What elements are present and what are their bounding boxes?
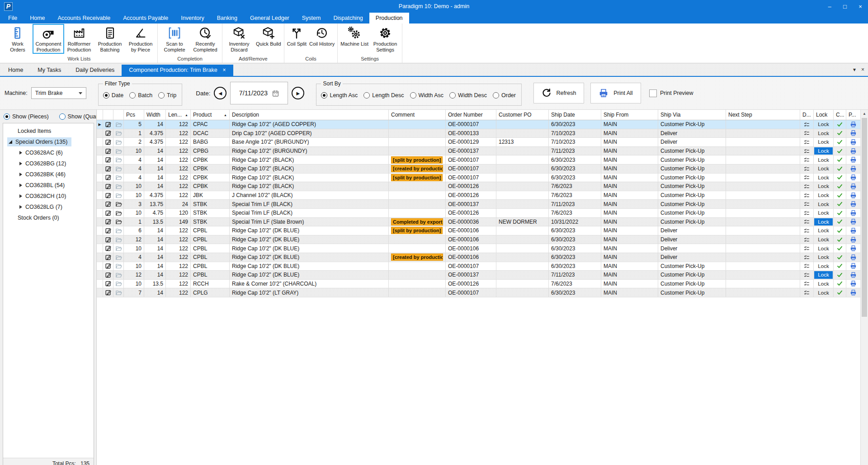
print-button[interactable]: [846, 271, 860, 279]
close-tab-strip-icon[interactable]: ×: [861, 66, 864, 73]
details-button[interactable]: [800, 262, 813, 271]
complete-check-button[interactable]: [834, 226, 846, 235]
details-button[interactable]: [800, 120, 813, 129]
folder-button[interactable]: [113, 226, 123, 235]
column-header-blank[interactable]: [103, 110, 113, 120]
details-button[interactable]: [800, 244, 813, 253]
refresh-button[interactable]: Refresh: [533, 83, 584, 103]
folder-button[interactable]: [113, 164, 123, 173]
scroll-up-icon[interactable]: ▲: [861, 112, 868, 116]
details-button[interactable]: [800, 129, 813, 138]
lock-button[interactable]: Lock: [814, 165, 833, 173]
coil-history-button[interactable]: Coil History: [308, 24, 336, 48]
edit-button[interactable]: [103, 235, 113, 244]
details-button[interactable]: [800, 138, 813, 146]
lock-button[interactable]: Lock: [814, 244, 833, 252]
production-batching-button[interactable]: Production Batching: [94, 24, 125, 53]
details-button[interactable]: [800, 226, 813, 235]
edit-button[interactable]: [103, 226, 113, 235]
print-button[interactable]: [846, 129, 860, 138]
edit-button[interactable]: [103, 253, 113, 262]
print-button[interactable]: [846, 147, 860, 155]
tree-item-co3628ch-10[interactable]: CO3628CH (10): [3, 191, 94, 202]
print-button[interactable]: [846, 218, 860, 226]
menu-tab-dispatching[interactable]: Dispatching: [327, 13, 369, 23]
edit-button[interactable]: [103, 138, 113, 146]
inventory-discard-button[interactable]: Inventory Discard: [224, 24, 255, 53]
folder-button[interactable]: [113, 174, 123, 182]
edit-button[interactable]: [103, 191, 113, 200]
print-button[interactable]: [846, 280, 860, 288]
work-orders-button[interactable]: Work Orders: [2, 24, 33, 53]
edit-button[interactable]: [103, 280, 113, 288]
close-button[interactable]: ×: [853, 0, 868, 13]
edit-button[interactable]: [103, 200, 113, 208]
details-button[interactable]: [800, 280, 813, 288]
menu-tab-accounts-payable[interactable]: Accounts Payable: [117, 13, 175, 23]
print-button[interactable]: [846, 209, 860, 217]
edit-button[interactable]: [103, 155, 113, 164]
details-button[interactable]: [800, 253, 813, 262]
scrollbar-thumb[interactable]: [862, 118, 867, 317]
menu-tab-banking[interactable]: Banking: [211, 13, 244, 23]
edit-button[interactable]: [103, 271, 113, 279]
lock-button[interactable]: Lock: [814, 121, 833, 128]
sort-by-option-width-asc[interactable]: Width Asc: [410, 92, 444, 99]
tree-item-stock-orders-0[interactable]: Stock Orders (0): [3, 212, 94, 223]
filter-type-option-batch[interactable]: Batch: [129, 92, 152, 99]
minimize-button[interactable]: –: [822, 0, 837, 13]
folder-button[interactable]: [113, 218, 123, 226]
filter-type-option-date[interactable]: Date: [103, 92, 123, 99]
edit-button[interactable]: [103, 174, 113, 182]
menu-tab-inventory[interactable]: Inventory: [175, 13, 210, 23]
column-header-blank[interactable]: [97, 110, 103, 120]
print-preview-checkbox[interactable]: [649, 89, 657, 97]
folder-button[interactable]: [113, 200, 123, 208]
complete-check-button[interactable]: [834, 191, 846, 200]
recently-completed-button[interactable]: Recently Completed: [190, 24, 221, 53]
complete-check-button[interactable]: [834, 280, 846, 288]
document-tab-daily-deliveries[interactable]: Daily Deliveries: [68, 65, 122, 76]
tree-item-co3628bg-12[interactable]: CO3628BG (12): [3, 158, 94, 169]
print-button[interactable]: [846, 155, 860, 164]
details-button[interactable]: [800, 182, 813, 191]
edit-button[interactable]: [103, 147, 113, 155]
complete-check-button[interactable]: [834, 200, 846, 208]
lock-button[interactable]: Lock: [814, 138, 833, 146]
edit-button[interactable]: [103, 164, 113, 173]
print-button[interactable]: [846, 138, 860, 146]
column-header-pcs[interactable]: Pcs: [124, 110, 144, 120]
tree-item-co3628ac-6[interactable]: CO3628AC (6): [3, 147, 94, 158]
lock-button[interactable]: Lock: [814, 156, 833, 164]
lock-button[interactable]: Lock: [814, 236, 833, 244]
document-tab-home[interactable]: Home: [1, 65, 30, 76]
sort-by-option-width-desc[interactable]: Width Desc: [449, 92, 487, 99]
tree-item-locked-items[interactable]: Locked Items: [3, 126, 94, 136]
complete-check-button[interactable]: [834, 120, 846, 129]
complete-check-button[interactable]: [834, 209, 846, 217]
close-tab-icon[interactable]: ×: [223, 67, 226, 73]
complete-check-button[interactable]: [834, 174, 846, 182]
folder-button[interactable]: [113, 129, 123, 138]
column-header-d[interactable]: D...: [800, 110, 814, 120]
edit-button[interactable]: [103, 218, 113, 226]
print-button[interactable]: [846, 182, 860, 191]
date-input[interactable]: 7/11/2023: [230, 82, 288, 104]
column-header-ship-via[interactable]: Ship Via: [658, 110, 726, 120]
next-date-button[interactable]: ▶: [292, 87, 304, 99]
complete-check-button[interactable]: [834, 271, 846, 279]
complete-check-button[interactable]: [834, 262, 846, 271]
coil-split-button[interactable]: Coil Split: [286, 24, 308, 48]
menu-tab-accounts-receivable[interactable]: Accounts Receivable: [52, 13, 117, 23]
complete-check-button[interactable]: [834, 182, 846, 191]
menu-tab-home[interactable]: Home: [24, 13, 51, 23]
column-header-product[interactable]: Product▲: [191, 110, 230, 120]
folder-button[interactable]: [113, 244, 123, 253]
column-header-len[interactable]: Len...▲: [166, 110, 191, 120]
complete-check-button[interactable]: [834, 129, 846, 138]
production-by-piece-button[interactable]: Production by Piece: [125, 24, 156, 53]
previous-date-button[interactable]: ◀: [214, 87, 226, 99]
details-button[interactable]: [800, 209, 813, 217]
edit-button[interactable]: [103, 120, 113, 129]
print-button[interactable]: [846, 288, 860, 297]
